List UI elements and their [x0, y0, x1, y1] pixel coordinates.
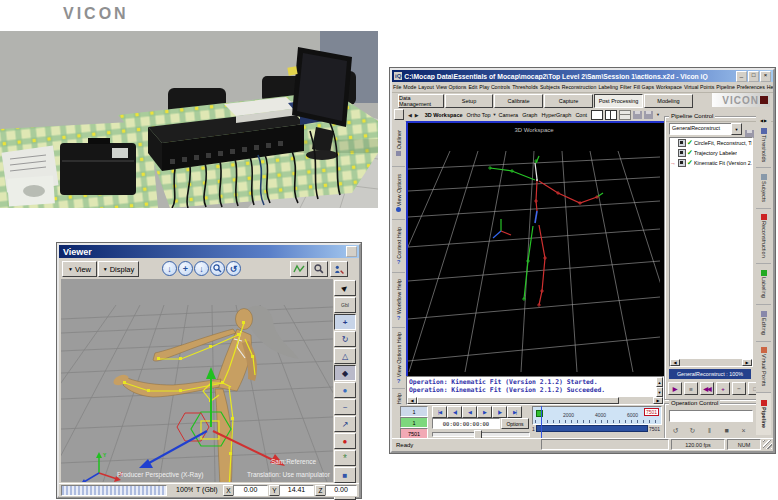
y-value-field[interactable]: 14.41 [279, 485, 314, 496]
redo-button[interactable]: ↻ [686, 425, 699, 436]
options-button[interactable]: Options [501, 418, 529, 429]
menu-thresholds[interactable]: Thresholds [511, 84, 539, 90]
tab-3d-workspace[interactable]: 3D Workspace [423, 112, 465, 118]
timeline-range-bar[interactable]: 1 7501 [532, 425, 660, 432]
scroll-left-icon[interactable]: ◀ [670, 359, 680, 366]
log-hscroll-thumb[interactable] [417, 397, 619, 404]
orbit-icon[interactable]: ↺ [226, 261, 241, 276]
go-first-button[interactable]: |◀ [432, 406, 447, 418]
sidetab-editing[interactable]: Editing [756, 305, 771, 342]
pipeline-stop-button[interactable]: ■ [684, 382, 698, 395]
prev-key-button[interactable]: ◀| [447, 406, 462, 418]
vicon-titlebar[interactable]: iQ C:\Mocap Data\Essentials of Mocap\moc… [392, 70, 773, 82]
tab-scroll-left-icon[interactable]: ◀ [408, 112, 412, 118]
menu-preferences[interactable]: Preferences [736, 84, 766, 90]
resize-grip[interactable] [763, 440, 772, 449]
tab-ortho-top[interactable]: Ortho Top [465, 112, 493, 118]
more-panes-icon[interactable]: ▼ [656, 112, 660, 117]
play-button[interactable]: ▶ [477, 406, 492, 418]
pause-button[interactable]: ‖ [703, 425, 716, 436]
sidetab-view-options[interactable]: View Options [392, 167, 405, 220]
render-tool[interactable]: ■ [334, 467, 356, 483]
record-tool[interactable]: ● [334, 433, 356, 449]
global-mode-button[interactable]: Gbl [334, 297, 356, 313]
scale-tool[interactable]: △ [334, 348, 356, 364]
next-key-button[interactable]: |▶ [492, 406, 507, 418]
sidetab-outliner[interactable]: Outliner [392, 120, 405, 167]
scroll-left-icon[interactable]: ◀ [407, 397, 417, 404]
undo-button[interactable]: ↺ [669, 425, 682, 436]
checkbox-icon[interactable] [678, 149, 686, 157]
tab-graph[interactable]: Graph [520, 112, 539, 118]
select-tool[interactable]: ▶ [334, 280, 356, 296]
sidetab-pipeline[interactable]: Pipeline [756, 393, 771, 435]
inspect-character-icon[interactable] [330, 261, 348, 277]
log-hscrollbar[interactable]: ◀ ▶ [407, 397, 663, 404]
mode-data-management[interactable]: Data Management [398, 94, 444, 108]
sphere-tool[interactable]: ● [334, 382, 356, 398]
sidetab-subjects[interactable]: Subjects [756, 168, 771, 209]
scroll-up-icon[interactable]: ▲ [656, 377, 663, 387]
split-pane-icon[interactable] [605, 110, 617, 120]
x-value-field[interactable]: 0.00 [233, 485, 268, 496]
operation-input[interactable] [669, 410, 753, 422]
vicon-3d-workspace[interactable]: 3D Workspace [406, 121, 666, 378]
menu-labeling[interactable]: Labeling [597, 84, 619, 90]
sidetab-thresholds[interactable]: Thresholds [756, 124, 771, 168]
scroll-left-icon[interactable]: ◀ [760, 118, 763, 123]
pipeline-remove-button[interactable]: − [732, 382, 746, 395]
cancel-button[interactable]: × [737, 425, 750, 436]
mode-calibrate[interactable]: Calibrate [494, 94, 543, 108]
pipeline-item-trajectory-labeler[interactable]: ✓ Trajectory Labeler [670, 148, 752, 158]
checkbox-icon[interactable] [678, 159, 686, 167]
mode-modeling[interactable]: Modeling [644, 94, 693, 108]
timecode-field[interactable]: 00:00:00:00:00 [432, 418, 500, 429]
checkbox-icon[interactable] [678, 139, 686, 147]
menu-fill-gaps[interactable]: Fill Gaps [633, 84, 655, 90]
preset-dropdown-button[interactable]: ▼ [731, 123, 742, 135]
pipeline-item-kinematic-fit[interactable]: → ✓ Kinematic Fit (Version 2.1.2) [670, 158, 752, 168]
start-frame-field[interactable]: 1 [400, 417, 428, 428]
dolly-icon[interactable]: ↓ [162, 261, 177, 276]
stop-button[interactable]: ■ [720, 425, 733, 436]
tab-hypergraph[interactable]: HyperGraph [539, 112, 573, 118]
pipeline-play-button[interactable]: ▶ [668, 382, 682, 395]
close-button[interactable]: × [760, 71, 771, 82]
scroll-right-icon[interactable]: ▶ [764, 118, 767, 123]
current-frame-field[interactable]: 1 [400, 406, 428, 417]
timeline-ruler[interactable]: 7501 2000 4000 6000 [532, 406, 662, 425]
zoom-icon[interactable] [210, 261, 225, 276]
view-menu-button[interactable]: ▼ View [62, 261, 97, 277]
menu-help[interactable]: Help [766, 84, 773, 90]
timeline-slider[interactable] [432, 430, 528, 437]
menu-play-controls[interactable]: Play Controls [478, 84, 511, 90]
menu-file[interactable]: File [392, 84, 402, 90]
scroll-down-icon[interactable]: ▼ [656, 387, 663, 397]
viewer-viewport[interactable]: Y X Sam:Reference Translation: Use manip… [61, 279, 333, 482]
menu-mode[interactable]: Mode [402, 84, 417, 90]
quad-pane-icon[interactable] [619, 110, 631, 120]
menu-view-options[interactable]: View Options [435, 84, 467, 90]
pipeline-add-button[interactable]: + [716, 382, 730, 395]
viewer-title-button[interactable] [346, 246, 357, 257]
save-layout-icon[interactable] [633, 111, 642, 119]
pan-icon[interactable]: + [178, 261, 193, 276]
operation-log[interactable]: Operation: Kinematic Fit (Version 2.1.2)… [406, 376, 664, 405]
sidetab-virtual-points[interactable]: Virtual Points [756, 342, 771, 393]
menu-virtual-points[interactable]: Virtual Points [683, 84, 715, 90]
menu-edit[interactable]: Edit [467, 84, 478, 90]
single-pane-icon[interactable] [591, 110, 603, 120]
sidetab-context-help[interactable]: Context Help ? [392, 220, 405, 273]
mode-post-processing[interactable]: Post Processing [594, 94, 643, 108]
wave-tool[interactable]: ~ [334, 399, 356, 415]
rotate-tool[interactable]: ↻ [334, 331, 356, 347]
go-last-button[interactable]: ▶| [507, 406, 522, 418]
move-tool[interactable]: + [334, 314, 356, 330]
menu-reconstruction[interactable]: Reconstruction [561, 84, 598, 90]
menu-filter[interactable]: Filter [619, 84, 633, 90]
playhead-cursor[interactable] [541, 406, 542, 440]
truck-icon[interactable]: ↓ [194, 261, 209, 276]
menu-layout[interactable]: Layout [417, 84, 435, 90]
pipeline-operations-list[interactable]: ✓ CircleFit, Reconstruct, Trajectory ✓ T… [669, 137, 753, 367]
menu-subjects[interactable]: Subjects [539, 84, 561, 90]
